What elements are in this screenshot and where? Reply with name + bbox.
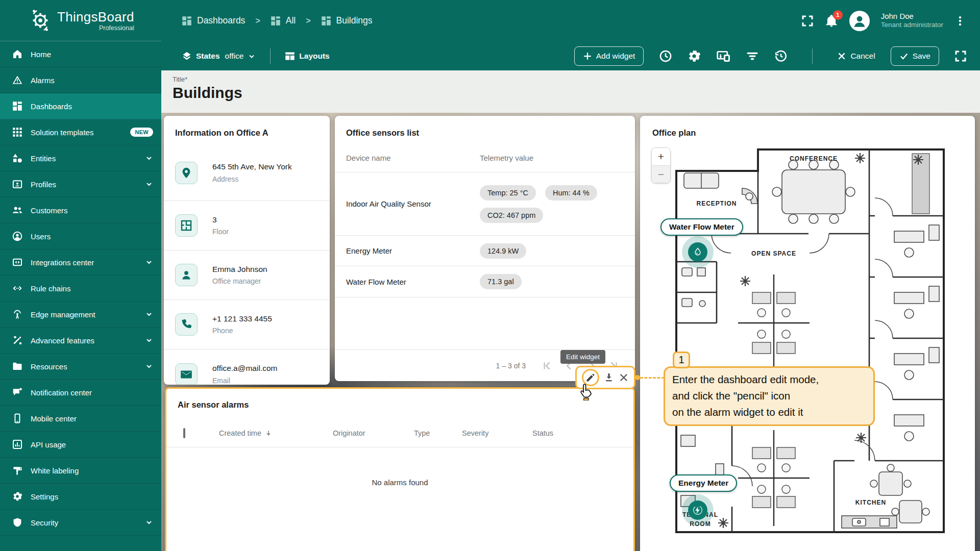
sidebar-item-security[interactable]: Security: [0, 510, 161, 536]
breadcrumb-dashboards[interactable]: Dashboards: [182, 15, 245, 26]
column-created-time[interactable]: Created time: [219, 429, 333, 437]
cancel-button[interactable]: Cancel: [837, 52, 875, 61]
fullscreen-icon: [801, 15, 814, 27]
info-widget[interactable]: Information on Office A 645 5th Ave, New…: [164, 116, 330, 385]
alarms-table-header: Created time Originator Type Severity St…: [166, 419, 633, 447]
dashboard-title-bar: Title* Buildings: [161, 70, 980, 113]
first-page-icon[interactable]: [541, 360, 552, 371]
version-control-button[interactable]: [774, 49, 788, 63]
sidebar-item-home[interactable]: Home: [0, 41, 161, 67]
sidebar-item-profiles[interactable]: Profiles: [0, 171, 161, 197]
sidebar-item-alarms[interactable]: Alarms: [0, 67, 161, 93]
sidebar-item-label: Entities: [31, 154, 137, 163]
zoom-in-button[interactable]: +: [652, 148, 670, 165]
table-row[interactable]: Water Flow Meter 71.3 gal: [335, 266, 635, 297]
thingsboard-logo-icon: [29, 9, 52, 32]
sidebar-item-solution-templates[interactable]: Solution templates NEW: [0, 119, 161, 145]
energy-meter-label[interactable]: Energy Meter: [670, 474, 737, 492]
alarms-widget[interactable]: Air sensor alarms Created time Originato…: [165, 387, 635, 551]
states-selector[interactable]: States office: [182, 51, 256, 61]
dashboards-icon: [12, 101, 22, 111]
expand-dashboard-button[interactable]: [954, 50, 967, 62]
dashboard-settings-button[interactable]: [688, 49, 701, 63]
breadcrumb-all[interactable]: All: [271, 15, 296, 26]
person-circle-icon: [12, 231, 22, 241]
water-flow-meter-marker[interactable]: [688, 242, 707, 262]
user-name: John Doe: [881, 12, 943, 21]
user-info[interactable]: John Doe Tenant administrator: [881, 12, 943, 30]
breadcrumb-buildings[interactable]: Buildings: [321, 15, 373, 26]
sidebar-item-label: Profiles: [31, 180, 137, 189]
save-button[interactable]: Save: [891, 46, 939, 66]
entities-icon: [12, 153, 22, 163]
zoom-out-button[interactable]: −: [652, 165, 670, 183]
sidebar-item-users[interactable]: Users: [0, 223, 161, 249]
sidebar-item-mobile-center[interactable]: Mobile center: [0, 406, 161, 432]
sidebar-item-api-usage[interactable]: API usage: [0, 432, 161, 458]
layouts-icon: [285, 51, 295, 61]
sidebar-item-edge-management[interactable]: Edge management: [0, 302, 161, 328]
sidebar-item-label: Advanced features: [31, 336, 137, 345]
sensors-list-widget[interactable]: Office sensors list Device name Telemetr…: [335, 116, 635, 381]
column-telemetry-value[interactable]: Telemetry value: [480, 154, 533, 162]
notifications-button[interactable]: 1: [825, 14, 838, 28]
entity-aliases-button[interactable]: [716, 49, 730, 63]
sidebar-item-dashboards[interactable]: Dashboards: [0, 93, 161, 119]
dashboards-icon: [182, 16, 192, 26]
chevron-down-icon: [145, 362, 153, 370]
filters-button[interactable]: [746, 49, 759, 63]
phone-device-icon: [12, 413, 22, 423]
timewindow-button[interactable]: [659, 49, 672, 63]
remove-widget-button[interactable]: [619, 372, 629, 383]
new-badge: NEW: [130, 128, 153, 137]
sidebar-item-customers[interactable]: Customers: [0, 197, 161, 223]
table-row[interactable]: Energy Meter 124.9 kW: [335, 235, 635, 266]
avatar[interactable]: [849, 11, 870, 31]
table-row[interactable]: Indoor Air Quality Sensor Temp: 25 °C Hu…: [335, 172, 635, 235]
sidebar-item-label: Resources: [31, 362, 137, 371]
sidebar-item-entities[interactable]: Entities: [0, 145, 161, 171]
water-flow-meter-label[interactable]: Water Flow Meter: [660, 218, 743, 236]
energy-meter-marker[interactable]: [688, 500, 707, 520]
brand-logo[interactable]: ThingsBoard Professional: [0, 0, 161, 41]
info-value: 645 5th Ave, New York: [212, 162, 292, 171]
sidebar-item-integrations-center[interactable]: Integrations center: [0, 249, 161, 276]
add-widget-button[interactable]: Add widget: [574, 46, 644, 66]
page-title[interactable]: Buildings: [173, 84, 980, 102]
office-plan-widget[interactable]: Office plan + −: [640, 116, 975, 551]
notification-badge: 1: [833, 10, 843, 20]
sidebar-item-label: Rule chains: [31, 284, 153, 293]
people-icon: [12, 205, 22, 215]
chevron-down-icon: [145, 180, 153, 188]
download-icon: [604, 372, 614, 383]
sidebar-item-rule-chains[interactable]: Rule chains: [0, 276, 161, 302]
export-widget-button[interactable]: [604, 372, 614, 383]
sidebar-item-resources[interactable]: Resources: [0, 354, 161, 380]
breadcrumb-separator: >: [303, 16, 313, 26]
info-value: office.a@mail.com: [212, 364, 277, 372]
sidebar-item-label: Security: [31, 518, 137, 527]
sidebar-item-advanced-features[interactable]: Advanced features: [0, 328, 161, 354]
states-value: office: [225, 52, 244, 61]
column-originator[interactable]: Originator: [333, 429, 414, 437]
column-severity[interactable]: Severity: [462, 429, 532, 437]
column-status[interactable]: Status: [532, 429, 553, 437]
antenna-icon: [12, 309, 22, 319]
telemetry-chip: CO2: 467 ppm: [480, 208, 543, 223]
sidebar-item-white-labeling[interactable]: White labeling: [0, 458, 161, 484]
user-icon: [850, 12, 869, 30]
column-device-name[interactable]: Device name: [335, 154, 480, 162]
shield-icon: [12, 517, 22, 528]
select-all-checkbox[interactable]: [183, 428, 185, 438]
phone-icon: [175, 313, 198, 336]
device-name: Indoor Air Quality Sensor: [335, 199, 480, 208]
dashboards-icon: [271, 16, 281, 26]
title-field-label: Title*: [173, 76, 980, 83]
layouts-button[interactable]: Layouts: [285, 51, 329, 61]
more-menu-button[interactable]: [954, 15, 966, 27]
fullscreen-button[interactable]: [801, 15, 814, 27]
sidebar-item-notification-center[interactable]: Notification center: [0, 380, 161, 406]
sidebar-item-settings[interactable]: Settings: [0, 484, 161, 510]
column-type[interactable]: Type: [414, 429, 462, 437]
sidebar-item-label: API usage: [31, 440, 153, 449]
